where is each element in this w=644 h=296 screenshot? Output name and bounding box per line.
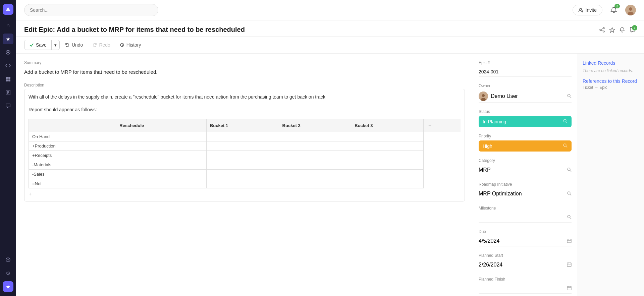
priority-search-icon xyxy=(563,143,568,149)
sidebar-item-code[interactable] xyxy=(3,60,13,71)
row-label-3: -Materials xyxy=(29,160,116,169)
table-header-4: Bucket 3 xyxy=(351,119,424,132)
invite-label: Invite xyxy=(586,7,597,13)
sidebar-item-support[interactable] xyxy=(3,47,13,58)
svg-line-29 xyxy=(570,97,572,98)
roadmap-label: Roadmap Initiative xyxy=(479,182,572,187)
planned-start-value: 2/26/2024 xyxy=(479,262,502,268)
save-button[interactable]: Save xyxy=(24,40,52,50)
star-icon xyxy=(609,27,615,33)
table-row: -Sales xyxy=(29,169,461,179)
table-row: +Production xyxy=(29,141,461,151)
sidebar-item-docs[interactable] xyxy=(3,87,13,98)
table-row: =Net xyxy=(29,179,461,188)
planned-start-calendar-button[interactable] xyxy=(567,262,572,268)
add-row-button[interactable]: + xyxy=(29,188,32,197)
roadmap-search-icon xyxy=(567,191,572,196)
app-logo[interactable] xyxy=(3,4,13,15)
planned-finish-calendar-button[interactable] xyxy=(567,286,572,291)
redo-button[interactable]: Redo xyxy=(88,40,114,50)
svg-rect-48 xyxy=(567,286,571,290)
references-title[interactable]: References to this Record xyxy=(583,78,639,84)
save-label: Save xyxy=(36,42,47,48)
svg-line-39 xyxy=(570,218,572,219)
category-value: MRP xyxy=(479,167,491,173)
right-panel: Epic # 2024-001 Owner Demo User xyxy=(473,54,577,296)
sidebar-item-message[interactable] xyxy=(3,254,13,265)
description-table: Reschedule Bucket 1 Bucket 2 Bucket 3 + … xyxy=(29,119,461,188)
roadmap-search-button[interactable] xyxy=(567,191,572,197)
page-header: Edit Epic: Add a bucket to MRP for items… xyxy=(16,20,644,37)
table-row: -Materials xyxy=(29,160,461,169)
sidebar-item-chat[interactable] xyxy=(3,101,13,111)
sidebar-item-logo-bottom[interactable]: ★ xyxy=(3,281,13,292)
history-button[interactable]: History xyxy=(116,40,145,50)
due-row: 4/5/2024 xyxy=(479,236,572,246)
svg-point-28 xyxy=(568,94,570,97)
notification-item-button[interactable] xyxy=(619,27,625,33)
planned-finish-label: Planned Finish xyxy=(479,277,572,282)
summary-value: Add a bucket to MRP for items that need … xyxy=(24,66,465,77)
category-row: MRP xyxy=(479,165,572,175)
redo-label: Redo xyxy=(99,42,110,48)
description-label: Description xyxy=(24,83,465,87)
svg-rect-5 xyxy=(6,79,8,81)
comment-button[interactable]: 1 xyxy=(629,26,636,33)
priority-text: High xyxy=(483,143,492,149)
roadmap-value: MRP Optimization xyxy=(479,191,522,197)
sidebar-item-settings[interactable]: ⚙ xyxy=(3,268,13,279)
sidebar-item-home[interactable]: ⌂ xyxy=(3,20,13,31)
owner-name: Demo User xyxy=(491,93,518,99)
search-input[interactable] xyxy=(24,4,158,16)
owner-label: Owner xyxy=(479,83,572,88)
svg-marker-0 xyxy=(6,7,10,11)
svg-rect-44 xyxy=(567,263,571,267)
notification-button[interactable]: 2 xyxy=(608,4,620,16)
status-value[interactable]: In Planning xyxy=(479,116,572,127)
notification-badge: 2 xyxy=(614,4,620,8)
linked-records-title[interactable]: Linked Records xyxy=(583,60,639,66)
top-bar: Invite 2 xyxy=(16,0,644,20)
redo-icon xyxy=(92,43,97,47)
avatar[interactable] xyxy=(625,5,636,15)
svg-line-31 xyxy=(566,122,568,123)
row-label-2: +Receipts xyxy=(29,151,116,160)
sidebar-item-star[interactable]: ★ xyxy=(3,34,13,44)
calendar-icon xyxy=(567,238,572,243)
table-row: On Hand xyxy=(29,132,461,141)
share-button[interactable] xyxy=(599,27,605,33)
page-title: Edit Epic: Add a bucket to MRP for items… xyxy=(24,26,595,34)
form-area: Summary Add a bucket to MRP for items th… xyxy=(16,54,473,296)
planned-finish-row xyxy=(479,284,572,294)
planned-start-calendar-icon xyxy=(567,262,572,267)
due-calendar-button[interactable] xyxy=(567,238,572,244)
svg-point-36 xyxy=(568,192,570,194)
due-value: 4/5/2024 xyxy=(479,238,499,244)
category-label: Category xyxy=(479,158,572,163)
check-icon xyxy=(29,43,34,47)
planned-start-label: Planned Start xyxy=(479,253,572,258)
description-box[interactable]: With all of the delays in the supply cha… xyxy=(24,89,465,201)
priority-value[interactable]: High xyxy=(479,140,572,152)
body-area: Summary Add a bucket to MRP for items th… xyxy=(16,54,644,296)
owner-row: Demo User xyxy=(479,90,572,103)
row-label-0: On Hand xyxy=(29,132,116,141)
save-btn-group: Save ▾ xyxy=(24,40,60,50)
favorite-button[interactable] xyxy=(609,27,615,33)
category-search-button[interactable] xyxy=(567,167,572,173)
table-row: +Receipts xyxy=(29,151,461,160)
save-dropdown-button[interactable]: ▾ xyxy=(52,41,59,50)
undo-button[interactable]: Undo xyxy=(61,40,87,50)
priority-field: Priority High xyxy=(479,134,572,152)
milestone-search-button[interactable] xyxy=(567,215,572,220)
bell-item-icon xyxy=(619,27,625,33)
svg-line-21 xyxy=(601,28,603,29)
owner-search-button[interactable] xyxy=(567,94,572,99)
sidebar-item-board[interactable] xyxy=(3,74,13,84)
svg-point-18 xyxy=(603,27,604,29)
status-label: Status xyxy=(479,109,572,114)
sidebar: ⌂ ★ xyxy=(0,0,16,296)
invite-button[interactable]: Invite xyxy=(573,5,602,15)
roadmap-field: Roadmap Initiative MRP Optimization xyxy=(479,182,572,199)
add-column-button[interactable]: + xyxy=(427,121,433,130)
